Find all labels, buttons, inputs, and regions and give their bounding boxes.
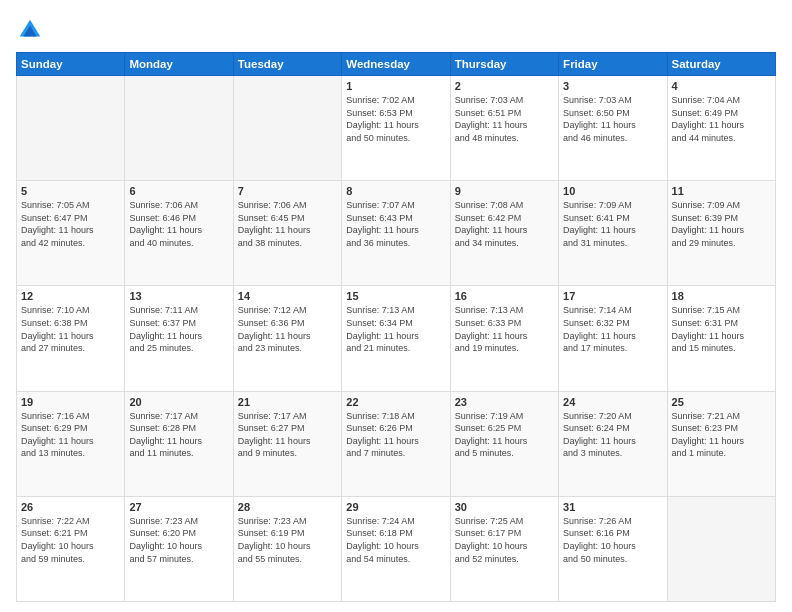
day-info: Sunrise: 7:08 AM Sunset: 6:42 PM Dayligh…	[455, 199, 554, 249]
day-info: Sunrise: 7:17 AM Sunset: 6:28 PM Dayligh…	[129, 410, 228, 460]
day-number: 10	[563, 185, 662, 197]
day-number: 8	[346, 185, 445, 197]
calendar-cell: 16Sunrise: 7:13 AM Sunset: 6:33 PM Dayli…	[450, 286, 558, 391]
day-number: 11	[672, 185, 771, 197]
day-number: 4	[672, 80, 771, 92]
calendar-cell: 27Sunrise: 7:23 AM Sunset: 6:20 PM Dayli…	[125, 496, 233, 601]
day-number: 14	[238, 290, 337, 302]
day-number: 1	[346, 80, 445, 92]
day-info: Sunrise: 7:03 AM Sunset: 6:50 PM Dayligh…	[563, 94, 662, 144]
week-row-2: 12Sunrise: 7:10 AM Sunset: 6:38 PM Dayli…	[17, 286, 776, 391]
day-number: 26	[21, 501, 120, 513]
day-info: Sunrise: 7:05 AM Sunset: 6:47 PM Dayligh…	[21, 199, 120, 249]
day-info: Sunrise: 7:25 AM Sunset: 6:17 PM Dayligh…	[455, 515, 554, 565]
week-row-3: 19Sunrise: 7:16 AM Sunset: 6:29 PM Dayli…	[17, 391, 776, 496]
day-number: 3	[563, 80, 662, 92]
day-number: 19	[21, 396, 120, 408]
day-info: Sunrise: 7:22 AM Sunset: 6:21 PM Dayligh…	[21, 515, 120, 565]
day-info: Sunrise: 7:16 AM Sunset: 6:29 PM Dayligh…	[21, 410, 120, 460]
day-info: Sunrise: 7:12 AM Sunset: 6:36 PM Dayligh…	[238, 304, 337, 354]
calendar-cell: 29Sunrise: 7:24 AM Sunset: 6:18 PM Dayli…	[342, 496, 450, 601]
day-info: Sunrise: 7:18 AM Sunset: 6:26 PM Dayligh…	[346, 410, 445, 460]
weekday-thursday: Thursday	[450, 53, 558, 76]
day-info: Sunrise: 7:21 AM Sunset: 6:23 PM Dayligh…	[672, 410, 771, 460]
calendar-cell: 23Sunrise: 7:19 AM Sunset: 6:25 PM Dayli…	[450, 391, 558, 496]
calendar-cell: 12Sunrise: 7:10 AM Sunset: 6:38 PM Dayli…	[17, 286, 125, 391]
day-info: Sunrise: 7:10 AM Sunset: 6:38 PM Dayligh…	[21, 304, 120, 354]
day-info: Sunrise: 7:13 AM Sunset: 6:33 PM Dayligh…	[455, 304, 554, 354]
calendar-cell: 10Sunrise: 7:09 AM Sunset: 6:41 PM Dayli…	[559, 181, 667, 286]
calendar-cell	[667, 496, 775, 601]
day-number: 16	[455, 290, 554, 302]
day-info: Sunrise: 7:15 AM Sunset: 6:31 PM Dayligh…	[672, 304, 771, 354]
day-info: Sunrise: 7:03 AM Sunset: 6:51 PM Dayligh…	[455, 94, 554, 144]
weekday-wednesday: Wednesday	[342, 53, 450, 76]
day-info: Sunrise: 7:19 AM Sunset: 6:25 PM Dayligh…	[455, 410, 554, 460]
day-number: 31	[563, 501, 662, 513]
calendar-cell: 9Sunrise: 7:08 AM Sunset: 6:42 PM Daylig…	[450, 181, 558, 286]
day-number: 13	[129, 290, 228, 302]
week-row-0: 1Sunrise: 7:02 AM Sunset: 6:53 PM Daylig…	[17, 76, 776, 181]
calendar-cell: 17Sunrise: 7:14 AM Sunset: 6:32 PM Dayli…	[559, 286, 667, 391]
day-info: Sunrise: 7:13 AM Sunset: 6:34 PM Dayligh…	[346, 304, 445, 354]
day-number: 6	[129, 185, 228, 197]
day-info: Sunrise: 7:26 AM Sunset: 6:16 PM Dayligh…	[563, 515, 662, 565]
day-info: Sunrise: 7:06 AM Sunset: 6:45 PM Dayligh…	[238, 199, 337, 249]
day-number: 21	[238, 396, 337, 408]
calendar-cell: 21Sunrise: 7:17 AM Sunset: 6:27 PM Dayli…	[233, 391, 341, 496]
day-number: 27	[129, 501, 228, 513]
day-info: Sunrise: 7:24 AM Sunset: 6:18 PM Dayligh…	[346, 515, 445, 565]
calendar-cell: 28Sunrise: 7:23 AM Sunset: 6:19 PM Dayli…	[233, 496, 341, 601]
day-number: 9	[455, 185, 554, 197]
week-row-4: 26Sunrise: 7:22 AM Sunset: 6:21 PM Dayli…	[17, 496, 776, 601]
page: SundayMondayTuesdayWednesdayThursdayFrid…	[0, 0, 792, 612]
calendar-cell: 18Sunrise: 7:15 AM Sunset: 6:31 PM Dayli…	[667, 286, 775, 391]
logo-icon	[16, 16, 44, 44]
calendar-cell: 22Sunrise: 7:18 AM Sunset: 6:26 PM Dayli…	[342, 391, 450, 496]
day-info: Sunrise: 7:07 AM Sunset: 6:43 PM Dayligh…	[346, 199, 445, 249]
day-info: Sunrise: 7:23 AM Sunset: 6:20 PM Dayligh…	[129, 515, 228, 565]
calendar-cell: 3Sunrise: 7:03 AM Sunset: 6:50 PM Daylig…	[559, 76, 667, 181]
day-info: Sunrise: 7:23 AM Sunset: 6:19 PM Dayligh…	[238, 515, 337, 565]
weekday-saturday: Saturday	[667, 53, 775, 76]
calendar-cell: 4Sunrise: 7:04 AM Sunset: 6:49 PM Daylig…	[667, 76, 775, 181]
day-info: Sunrise: 7:14 AM Sunset: 6:32 PM Dayligh…	[563, 304, 662, 354]
weekday-friday: Friday	[559, 53, 667, 76]
calendar-cell: 20Sunrise: 7:17 AM Sunset: 6:28 PM Dayli…	[125, 391, 233, 496]
calendar-cell	[125, 76, 233, 181]
day-number: 5	[21, 185, 120, 197]
day-info: Sunrise: 7:09 AM Sunset: 6:41 PM Dayligh…	[563, 199, 662, 249]
weekday-monday: Monday	[125, 53, 233, 76]
calendar-cell: 24Sunrise: 7:20 AM Sunset: 6:24 PM Dayli…	[559, 391, 667, 496]
logo	[16, 16, 48, 44]
calendar-cell: 11Sunrise: 7:09 AM Sunset: 6:39 PM Dayli…	[667, 181, 775, 286]
day-number: 24	[563, 396, 662, 408]
day-number: 18	[672, 290, 771, 302]
day-info: Sunrise: 7:09 AM Sunset: 6:39 PM Dayligh…	[672, 199, 771, 249]
calendar-table: SundayMondayTuesdayWednesdayThursdayFrid…	[16, 52, 776, 602]
calendar-cell: 15Sunrise: 7:13 AM Sunset: 6:34 PM Dayli…	[342, 286, 450, 391]
day-info: Sunrise: 7:20 AM Sunset: 6:24 PM Dayligh…	[563, 410, 662, 460]
calendar-cell: 2Sunrise: 7:03 AM Sunset: 6:51 PM Daylig…	[450, 76, 558, 181]
day-number: 7	[238, 185, 337, 197]
calendar-cell: 26Sunrise: 7:22 AM Sunset: 6:21 PM Dayli…	[17, 496, 125, 601]
day-number: 28	[238, 501, 337, 513]
calendar-cell: 14Sunrise: 7:12 AM Sunset: 6:36 PM Dayli…	[233, 286, 341, 391]
calendar-cell: 1Sunrise: 7:02 AM Sunset: 6:53 PM Daylig…	[342, 76, 450, 181]
day-number: 2	[455, 80, 554, 92]
day-info: Sunrise: 7:02 AM Sunset: 6:53 PM Dayligh…	[346, 94, 445, 144]
header	[16, 16, 776, 44]
day-info: Sunrise: 7:04 AM Sunset: 6:49 PM Dayligh…	[672, 94, 771, 144]
day-number: 29	[346, 501, 445, 513]
week-row-1: 5Sunrise: 7:05 AM Sunset: 6:47 PM Daylig…	[17, 181, 776, 286]
weekday-header-row: SundayMondayTuesdayWednesdayThursdayFrid…	[17, 53, 776, 76]
day-number: 20	[129, 396, 228, 408]
calendar-cell: 5Sunrise: 7:05 AM Sunset: 6:47 PM Daylig…	[17, 181, 125, 286]
calendar-cell: 31Sunrise: 7:26 AM Sunset: 6:16 PM Dayli…	[559, 496, 667, 601]
weekday-tuesday: Tuesday	[233, 53, 341, 76]
calendar-cell: 30Sunrise: 7:25 AM Sunset: 6:17 PM Dayli…	[450, 496, 558, 601]
day-number: 25	[672, 396, 771, 408]
day-number: 30	[455, 501, 554, 513]
calendar-cell: 7Sunrise: 7:06 AM Sunset: 6:45 PM Daylig…	[233, 181, 341, 286]
day-number: 12	[21, 290, 120, 302]
